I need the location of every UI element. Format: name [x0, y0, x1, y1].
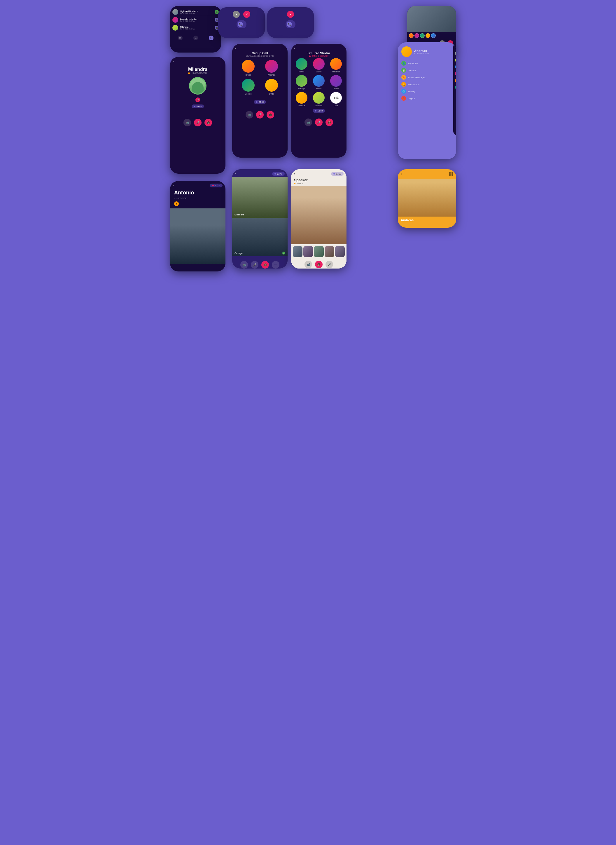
tab-icon[interactable]: ⊞	[178, 35, 183, 40]
video-button[interactable]: 📹	[183, 119, 191, 126]
incoming-call-controls: ✕	[267, 7, 314, 20]
active-indicator: ●	[282, 251, 285, 254]
chat-item-michael[interactable]: Michael you give a...	[455, 64, 456, 70]
antonio-photo	[170, 209, 226, 264]
participant-name: Amanda	[268, 74, 275, 76]
end-call-button[interactable]: 📵	[267, 111, 274, 119]
photo-bg	[407, 6, 456, 32]
smurze-subtitle: Office Community	[291, 55, 346, 57]
profile-header: Andreas +1-889-891-920	[400, 45, 454, 60]
group-call-subtitle: Bruno, Amanda, George, Dirda	[232, 55, 287, 57]
menu-item-setting[interactable]: ⚙️ Setting	[400, 88, 454, 95]
mini-avatar	[420, 33, 425, 38]
end-call-button[interactable]: ✕	[243, 11, 250, 18]
end-call-button[interactable]: ✕	[287, 11, 294, 18]
accept-button[interactable]: 📞	[286, 20, 295, 28]
menu-item-profile[interactable]: 👤 My Profile	[400, 60, 454, 67]
chat-avatar	[455, 58, 456, 62]
tab-icon-active[interactable]: 📞	[209, 35, 214, 40]
call-info: Highland Brother's Jun 18 2021, 04:00 am	[180, 10, 215, 14]
mic-button[interactable]: 🎤	[251, 261, 258, 269]
grid-icon[interactable]	[449, 172, 453, 176]
mic-button[interactable]: 🎤	[256, 111, 264, 119]
back-button[interactable]: ‹	[235, 46, 236, 50]
mic-button[interactable]: 🎤	[194, 119, 201, 126]
video-button[interactable]: 📹	[241, 261, 248, 269]
grid-dot	[449, 172, 450, 174]
mic-button[interactable]: 🎤	[315, 119, 323, 126]
video-bg	[232, 177, 287, 218]
call-controls: 📹 🎤 📵	[232, 109, 287, 121]
video-button[interactable]: 📹	[305, 261, 312, 268]
back-button[interactable]: ‹	[173, 183, 174, 187]
milendra-call-screen: ‹ Milendra +1-889-348-8822 🎤 04:03	[170, 57, 226, 174]
participant-avatar	[296, 58, 307, 70]
call-timer: 22:40	[254, 100, 266, 104]
smurze-row-1: Valeria Carroll Frederick	[291, 57, 346, 74]
participant-amanda2: Amanda	[313, 92, 325, 107]
back-button[interactable]: ‹	[401, 172, 402, 176]
more-button[interactable]: ⋯	[272, 261, 279, 269]
incoming-call-screen-2: ✕ 📞	[267, 7, 314, 38]
video-bg	[232, 218, 287, 256]
participant-george: George	[296, 75, 307, 90]
tab-icon[interactable]: ☰	[194, 35, 198, 40]
end-call-button[interactable]: 📵	[315, 261, 323, 268]
participant-avatar	[330, 58, 342, 70]
yellow-header: ‹	[398, 169, 456, 179]
timer-area: 04:03	[170, 104, 226, 111]
participant-avatar	[242, 79, 255, 92]
back-button[interactable]: ‹	[294, 172, 295, 176]
contact-avatar	[172, 9, 178, 15]
call-controls: 📹 🎤 📵 ⋯	[232, 259, 287, 269]
thumb-3	[314, 246, 323, 257]
participant-name: Bruno	[334, 88, 339, 90]
speaker-label: Milendra	[235, 213, 244, 216]
participant-name: Valeria	[299, 71, 305, 73]
chat-item-samantha[interactable]: Samantha Tried dealing after the...	[455, 71, 456, 76]
call-item[interactable]: Milendra Jun 23 2021, 04:50 am 🎥	[172, 24, 219, 31]
mic-button[interactable]: 🎤	[326, 261, 333, 268]
inner-chat-panel: College Community Highland College Jorge…	[453, 42, 456, 136]
settings-icon: ⚙️	[401, 89, 406, 94]
menu-item-contact[interactable]: 📋 Contact	[400, 67, 454, 74]
menu-item-logout[interactable]: 🚪 Logout	[400, 95, 454, 102]
menu-item-notification[interactable]: 🔔 Notification	[400, 81, 454, 88]
chat-item-jorge[interactable]: Jorge	[455, 84, 456, 90]
chat-item-antonio[interactable]: Antonio Should you called me or...	[455, 78, 456, 84]
chat-item-milendra[interactable]: Milendra you give a...	[455, 57, 456, 63]
chat-avatar	[455, 72, 456, 76]
participant-name: Amanda	[315, 104, 322, 107]
accept-button[interactable]: 📞	[236, 20, 246, 28]
grid-dot	[452, 172, 453, 174]
contact-photo	[407, 6, 456, 32]
face-body	[192, 82, 204, 94]
video-button[interactable]: 📹	[246, 111, 253, 119]
back-button[interactable]: ‹	[173, 59, 174, 63]
decline-button[interactable]: ●	[233, 11, 240, 18]
call-item[interactable]: Highland Brother's Jun 18 2021, 04:00 am…	[172, 8, 219, 16]
smurze-studio-screen: ‹ Smurze Studio Office Community Valeria…	[291, 44, 346, 157]
logout-icon: 🚪	[401, 96, 406, 101]
participant-other-label: Other	[334, 104, 338, 107]
back-button[interactable]: ‹	[235, 172, 236, 176]
speaker-name-row: Valeria	[294, 182, 343, 185]
call-item[interactable]: Amanda Leighton Jun 22 2021, 04:00 am 📞	[172, 16, 219, 24]
back-button[interactable]: ‹	[294, 46, 295, 50]
timer-area: 16:03	[291, 109, 346, 115]
menu-label: Logout	[408, 97, 415, 100]
video-button[interactable]: 📹	[305, 119, 312, 126]
end-call-button[interactable]: 📵	[326, 119, 333, 126]
end-call-button[interactable]: 📵	[204, 119, 212, 126]
end-call-button[interactable]: 📵	[261, 261, 269, 269]
photo-bg	[170, 209, 226, 264]
chat-item-highland[interactable]: Highland College Jorge: Hi call from...	[455, 50, 456, 56]
menu-item-saved[interactable]: 🔖 Saved Messages	[400, 74, 454, 81]
screens-area: Highland Brother's Jun 18 2021, 04:00 am…	[160, 6, 456, 845]
screen-header: ‹ 22:40	[232, 169, 287, 177]
participant-plus-badge: +13	[330, 92, 342, 104]
screen-header: ‹	[232, 44, 287, 51]
main-video-george: George ●	[232, 218, 287, 256]
participant-avatar	[296, 75, 307, 87]
mini-avatar	[425, 33, 430, 38]
